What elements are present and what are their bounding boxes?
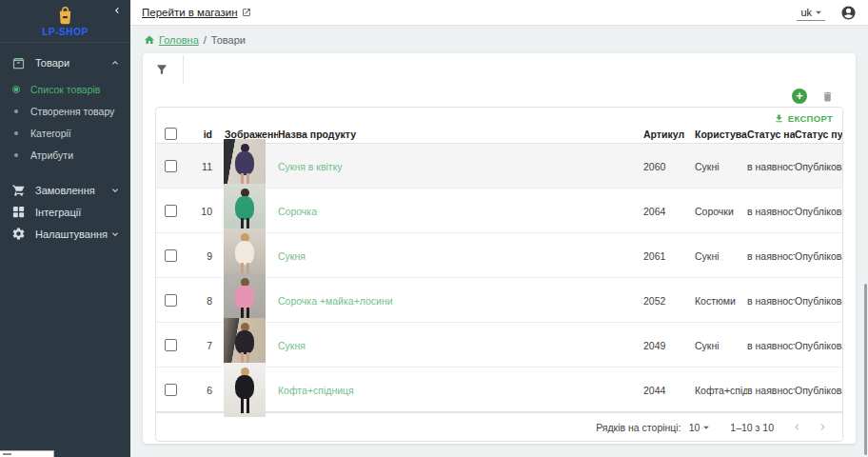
breadcrumb: Головна / Товари <box>130 26 868 53</box>
table-row: 9 Сукня 2061 Сукні в наявності Опубліков… <box>156 233 842 278</box>
row-id: 7 <box>190 340 219 351</box>
rows-per-page-select[interactable]: 10 <box>689 421 714 434</box>
app-window: LP-SHOP Товари Список товарів <box>0 0 868 457</box>
caret-down-icon <box>700 421 713 434</box>
breadcrumb-current: Товари <box>211 34 246 46</box>
sidebar-item-orders[interactable]: Замовлення <box>0 179 130 201</box>
breadcrumb-home-label: Головна <box>159 34 199 46</box>
column-header-image[interactable]: Зображення <box>219 129 278 140</box>
gear-icon <box>11 227 26 241</box>
sidebar-item-integrations[interactable]: Інтеграції <box>0 201 130 223</box>
row-sku: 2064 <box>643 206 695 217</box>
language-select[interactable]: uk <box>797 5 825 21</box>
row-checkbox[interactable] <box>165 384 177 396</box>
sidebar-item-settings[interactable]: Налаштування <box>0 223 130 245</box>
sidebar-item-label: Замовлення <box>35 185 109 196</box>
row-checkbox[interactable] <box>165 205 177 217</box>
column-header-stock[interactable]: Статус на... <box>747 129 795 140</box>
export-label: ЕКСПОРТ <box>788 113 833 124</box>
column-header-sku[interactable]: Артикул <box>643 129 695 140</box>
row-sku: 2044 <box>643 385 695 396</box>
product-name-link[interactable]: Сукня <box>278 250 306 262</box>
bullet-icon <box>14 153 18 157</box>
row-checkbox[interactable] <box>165 339 177 351</box>
row-publish-status: Опубліковано <box>795 295 842 307</box>
product-name-link[interactable]: Кофта+спідниця <box>278 385 354 396</box>
row-publish-status: Опубліковано <box>795 385 842 396</box>
box-icon <box>11 56 26 70</box>
product-name-link[interactable]: Сукня в квітку <box>278 161 343 172</box>
row-category: Сукні <box>695 250 747 262</box>
product-name-link[interactable]: Сукня <box>278 340 306 351</box>
table-row: 10 Сорочка 2064 Сорочки в наявності Опуб… <box>156 189 842 233</box>
filter-row <box>143 53 856 86</box>
row-id: 10 <box>190 206 219 217</box>
previous-page-button[interactable] <box>791 421 803 433</box>
products-table: ЕКСПОРТ id Зображення Назва продукту Арт… <box>155 107 843 442</box>
caret-down-icon <box>812 6 825 19</box>
divider <box>183 55 184 84</box>
chevron-up-icon <box>109 57 121 69</box>
page-scrollbar[interactable] <box>864 284 867 455</box>
row-checkbox[interactable] <box>165 294 177 307</box>
sidebar-item-product-list[interactable]: Список товарів <box>0 78 130 100</box>
table-row: 11 Сукня в квітку 2060 Сукні в наявності… <box>156 144 842 189</box>
row-publish-status: Опубліковано <box>795 250 842 262</box>
download-icon <box>774 113 784 124</box>
sidebar: LP-SHOP Товари Список товарів <box>0 0 130 457</box>
row-id: 11 <box>190 161 219 172</box>
row-sku: 2049 <box>643 340 695 351</box>
go-to-store-link[interactable]: Перейти в магазин <box>142 7 251 18</box>
row-sku: 2061 <box>643 250 695 262</box>
product-name-link[interactable]: Сорочка +майка+лосини <box>278 295 393 307</box>
sidebar-item-label: Налаштування <box>35 228 109 240</box>
sidebar-item-label: Атрибути <box>30 149 73 161</box>
row-stock-status: в наявності <box>747 385 795 396</box>
chevron-right-icon <box>817 421 829 433</box>
breadcrumb-home-link[interactable]: Головна <box>144 34 199 46</box>
sidebar-collapse-button[interactable] <box>111 5 123 16</box>
sidebar-item-attributes[interactable]: Атрибути <box>0 144 130 166</box>
column-header-id[interactable]: id <box>190 129 219 140</box>
sidebar-item-label: Створення товару <box>30 106 114 117</box>
topbar-right: uk <box>797 5 857 21</box>
row-category: Сукні <box>695 161 747 172</box>
row-checkbox[interactable] <box>165 249 177 262</box>
apps-icon <box>11 205 26 219</box>
filter-button[interactable] <box>155 63 168 76</box>
product-name-link[interactable]: Сорочка <box>278 206 317 217</box>
column-header-category[interactable]: Користува... <box>695 129 747 140</box>
export-button[interactable]: ЕКСПОРТ <box>156 108 842 125</box>
table-row: 6 Кофта+спідниця 2044 Кофта+спідниц в на… <box>156 368 842 412</box>
account-avatar-icon[interactable] <box>840 5 857 21</box>
rows-per-page: Рядків на сторінці: 10 <box>596 421 713 434</box>
delete-button[interactable] <box>821 90 834 103</box>
row-checkbox[interactable] <box>165 160 177 172</box>
sidebar-lower-nav: Замовлення Інтеграції Налаштування <box>0 179 130 245</box>
products-submenu: Список товарів Створення товару Категорі… <box>0 76 130 169</box>
select-all-checkbox[interactable] <box>165 128 177 140</box>
external-link-icon <box>242 8 251 17</box>
browser-status-bubble <box>0 450 54 457</box>
row-id: 6 <box>190 385 219 396</box>
row-sku: 2060 <box>643 161 695 172</box>
row-publish-status: Опубліковано <box>795 340 842 351</box>
table-body: 11 Сукня в квітку 2060 Сукні в наявності… <box>156 144 842 412</box>
chevron-down-icon <box>109 228 121 240</box>
column-header-name[interactable]: Назва продукту <box>278 129 643 140</box>
row-stock-status: в наявності <box>747 295 795 307</box>
sidebar-nav: Товари Список товарів Створення товару К… <box>0 43 130 245</box>
column-header-publish[interactable]: Статус пу... <box>795 129 842 140</box>
chevron-left-icon <box>791 421 803 433</box>
row-category: Костюми <box>695 295 747 307</box>
sidebar-item-label: Інтеграції <box>35 207 121 218</box>
row-stock-status: в наявності <box>747 161 795 172</box>
sidebar-item-create-product[interactable]: Створення товару <box>0 100 130 122</box>
next-page-button[interactable] <box>817 421 829 433</box>
sidebar-item-label: Список товарів <box>30 84 100 95</box>
trash-icon <box>821 90 834 103</box>
sidebar-item-categories[interactable]: Категорії <box>0 122 130 144</box>
add-product-button[interactable]: + <box>792 89 807 104</box>
sidebar-item-products[interactable]: Товари <box>0 50 130 76</box>
cart-icon <box>11 183 26 197</box>
